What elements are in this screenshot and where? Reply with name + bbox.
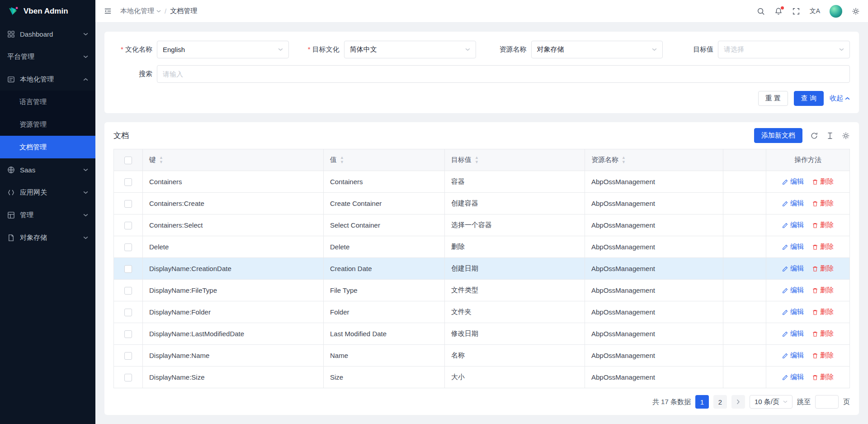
pencil-icon [782, 309, 788, 315]
delete-button[interactable]: 删除 [812, 329, 834, 338]
edit-button[interactable]: 编辑 [782, 373, 804, 381]
avatar[interactable] [830, 5, 842, 18]
edit-button[interactable]: 编辑 [782, 308, 804, 316]
refresh-icon[interactable] [810, 132, 818, 140]
menu-fold-icon[interactable] [104, 7, 112, 15]
delete-button[interactable]: 删除 [812, 351, 834, 360]
column-settings-icon[interactable] [842, 132, 850, 140]
delete-button[interactable]: 删除 [812, 199, 834, 208]
trash-icon [812, 200, 818, 207]
sidebar-item-saas[interactable]: Saas [0, 158, 95, 181]
row-checkbox[interactable] [124, 330, 132, 338]
page-button-2[interactable]: 2 [713, 395, 727, 409]
edit-button[interactable]: 编辑 [782, 199, 804, 208]
translate-icon[interactable]: 文A [810, 7, 820, 15]
edit-button[interactable]: 编辑 [782, 221, 804, 229]
gear-icon[interactable] [852, 7, 860, 15]
column-header-key[interactable]: 键 [149, 156, 156, 164]
table-row: DisplayName:Name Name 名称 AbpOssManagemen… [114, 345, 850, 367]
row-checkbox[interactable] [124, 222, 132, 229]
row-checkbox[interactable] [124, 309, 132, 316]
cell-value: Last Modified Date [324, 323, 445, 345]
culture-name-label: 文化名称 [113, 45, 152, 54]
column-header-resource[interactable]: 资源名称 [591, 156, 618, 164]
reset-button[interactable]: 重 置 [758, 91, 788, 106]
sidebar-item-dashboard[interactable]: Dashboard [0, 23, 95, 45]
document-table-panel: 文档 添加新文档 [104, 122, 859, 415]
target-value-label: 目标值 [675, 45, 713, 54]
cell-resource: AbpOssManagement [585, 171, 723, 193]
row-checkbox[interactable] [124, 178, 132, 186]
app-logo[interactable]: Vben Admin [0, 0, 95, 23]
table-toolbar: 文档 添加新文档 [113, 128, 850, 143]
row-checkbox[interactable] [124, 287, 132, 295]
row-checkbox[interactable] [124, 374, 132, 381]
submenu-item-document[interactable]: 文档管理 [0, 136, 95, 158]
column-header-value[interactable]: 值 [330, 156, 337, 164]
next-page-button[interactable] [731, 395, 745, 409]
sort-icon[interactable]: ▲▼ [340, 156, 344, 164]
submenu-item-language[interactable]: 语言管理 [0, 91, 95, 113]
target-value-select[interactable]: 请选择 [718, 41, 850, 58]
sidebar-item-gateway[interactable]: 应用网关 [0, 181, 95, 204]
trash-icon [812, 222, 818, 229]
sort-icon[interactable]: ▲▼ [159, 156, 163, 164]
edit-button[interactable]: 编辑 [782, 243, 804, 251]
trash-icon [812, 179, 818, 185]
edit-button[interactable]: 编辑 [782, 264, 804, 273]
query-button[interactable]: 查 询 [794, 91, 824, 106]
row-checkbox[interactable] [124, 200, 132, 208]
resource-name-field: 资源名称 对象存储 [488, 41, 675, 58]
cell-key: DisplayName:FileType [143, 280, 324, 301]
sort-icon[interactable]: ▲▼ [475, 156, 479, 164]
cell-value: Create Container [324, 193, 445, 214]
sidebar-item-platform[interactable]: 平台管理 [0, 45, 95, 68]
delete-button[interactable]: 删除 [812, 373, 834, 381]
cell-empty [723, 258, 766, 280]
page-button-1[interactable]: 1 [695, 395, 709, 409]
delete-button[interactable]: 删除 [812, 286, 834, 295]
submenu-item-resource[interactable]: 资源管理 [0, 113, 95, 136]
row-checkbox[interactable] [124, 265, 132, 273]
bell-icon[interactable] [774, 7, 783, 15]
chevron-down-icon [839, 48, 844, 51]
edit-button[interactable]: 编辑 [782, 286, 804, 295]
delete-button[interactable]: 删除 [812, 308, 834, 316]
delete-button[interactable]: 删除 [812, 264, 834, 273]
column-header-actions: 操作方法 [766, 149, 850, 171]
row-checkbox[interactable] [124, 352, 132, 360]
delete-button[interactable]: 删除 [812, 221, 834, 229]
target-culture-select[interactable]: 简体中文 [344, 41, 476, 58]
collapse-link[interactable]: 收起 [830, 94, 850, 103]
pencil-icon [782, 244, 788, 250]
search-input[interactable] [157, 65, 850, 83]
page-size-select[interactable]: 10 条/页 [750, 395, 793, 409]
edit-button[interactable]: 编辑 [782, 351, 804, 360]
table-row: DisplayName:Folder Folder 文件夹 AbpOssMana… [114, 301, 850, 323]
filter-row-1: 文化名称 English 目标文化 简体中文 [113, 41, 850, 58]
cell-key: Containers:Select [143, 214, 324, 236]
cell-value: Delete [324, 236, 445, 258]
sidebar-item-oss[interactable]: 对象存储 [0, 226, 95, 249]
edit-button[interactable]: 编辑 [782, 177, 804, 186]
column-header-target[interactable]: 目标值 [451, 156, 472, 164]
delete-button[interactable]: 删除 [812, 177, 834, 186]
fullscreen-icon[interactable] [792, 7, 800, 15]
culture-name-select[interactable]: English [157, 41, 289, 58]
sidebar-item-localization[interactable]: 本地化管理 [0, 68, 95, 91]
sidebar-item-admin[interactable]: 管理 [0, 204, 95, 226]
search-icon[interactable] [757, 7, 765, 15]
cell-key: DisplayName:CreationDate [143, 258, 324, 280]
pencil-icon [782, 287, 788, 294]
edit-button[interactable]: 编辑 [782, 329, 804, 338]
breadcrumb-parent[interactable]: 本地化管理 [120, 7, 161, 15]
row-checkbox[interactable] [124, 243, 132, 251]
add-document-button[interactable]: 添加新文档 [754, 128, 802, 143]
row-height-icon[interactable] [826, 132, 834, 140]
table-row: Delete Delete 删除 AbpOssManagement 编辑 [114, 236, 850, 258]
select-all-checkbox[interactable] [124, 157, 132, 164]
jump-page-input[interactable] [815, 395, 839, 409]
resource-name-select[interactable]: 对象存储 [531, 41, 663, 58]
delete-button[interactable]: 删除 [812, 243, 834, 251]
sort-icon[interactable]: ▲▼ [622, 156, 626, 164]
